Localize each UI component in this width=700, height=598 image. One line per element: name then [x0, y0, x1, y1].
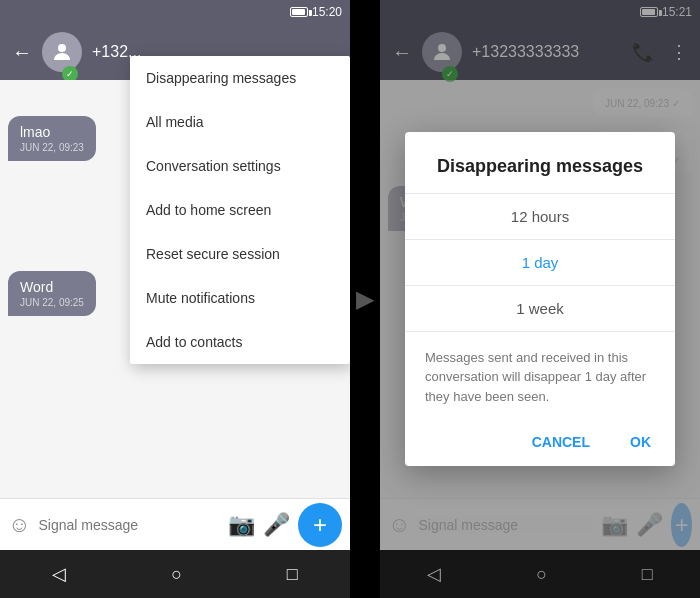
menu-item-mute[interactable]: Mute notifications [130, 276, 350, 320]
message-time: JUN 22, 09:25 [20, 297, 84, 308]
right-panel: 15:21 ← ✓ +13233333333 📞 ⋮ JUN 22, 09:23… [380, 0, 700, 598]
message-bubble: Word JUN 22, 09:25 [8, 271, 96, 316]
avatar [42, 32, 82, 72]
menu-item-conversation-settings[interactable]: Conversation settings [130, 144, 350, 188]
nav-home-icon[interactable]: ○ [171, 564, 182, 585]
dialog-overlay: Disappearing messages 12 hours 1 day 1 w… [380, 0, 700, 598]
ok-button[interactable]: OK [622, 430, 659, 454]
left-panel: 15:20 ← ✓ +132... FRI, lmao JUN 22, 09:2… [0, 0, 350, 598]
dialog-title: Disappearing messages [405, 156, 675, 193]
dropdown-menu: Disappearing messages All media Conversa… [130, 56, 350, 364]
left-status-bar: 15:20 [0, 0, 350, 24]
menu-item-reset-session[interactable]: Reset secure session [130, 232, 350, 276]
input-area: ☺ 📷 🎤 + [0, 498, 350, 550]
message-text: lmao [20, 124, 84, 140]
dialog-actions: CANCEL OK [405, 422, 675, 466]
cancel-button[interactable]: CANCEL [524, 430, 598, 454]
dialog-box: Disappearing messages 12 hours 1 day 1 w… [405, 132, 675, 467]
back-button[interactable]: ← [12, 41, 32, 64]
dialog-option-1w[interactable]: 1 week [405, 285, 675, 331]
left-nav-bar: ◁ ○ □ [0, 550, 350, 598]
plus-button[interactable]: + [298, 503, 342, 547]
menu-item-add-contacts[interactable]: Add to contacts [130, 320, 350, 364]
message-bubble: lmao JUN 22, 09:23 [8, 116, 96, 161]
camera-button[interactable]: 📷 [228, 512, 255, 538]
dialog-description: Messages sent and received in this conve… [405, 331, 675, 423]
svg-point-0 [58, 44, 66, 52]
message-text: Word [20, 279, 84, 295]
menu-item-disappearing[interactable]: Disappearing messages [130, 56, 350, 100]
mic-button[interactable]: 🎤 [263, 512, 290, 538]
battery-icon [290, 7, 308, 17]
message-time: JUN 22, 09:23 [20, 142, 84, 153]
message-input[interactable] [38, 517, 220, 533]
menu-item-add-home[interactable]: Add to home screen [130, 188, 350, 232]
nav-square-icon[interactable]: □ [287, 564, 298, 585]
dialog-option-12h[interactable]: 12 hours [405, 193, 675, 239]
arrow-divider: ▶ [350, 0, 380, 598]
menu-item-all-media[interactable]: All media [130, 100, 350, 144]
dialog-option-1d[interactable]: 1 day [405, 239, 675, 285]
left-time: 15:20 [312, 5, 342, 19]
emoji-button[interactable]: ☺ [8, 512, 30, 538]
nav-back-icon[interactable]: ◁ [52, 563, 66, 585]
